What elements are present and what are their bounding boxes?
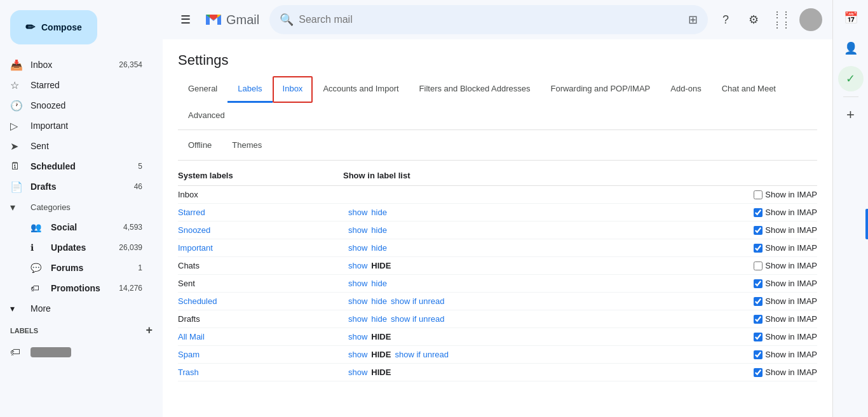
hide-link[interactable]: hide xyxy=(371,314,387,324)
table-row: ChatsshowHIDEShow in IMAP xyxy=(178,257,817,275)
hide-link[interactable]: HIDE xyxy=(371,261,391,270)
tab-general[interactable]: General xyxy=(178,76,227,103)
show-link[interactable]: show xyxy=(348,225,367,235)
hide-link[interactable]: hide xyxy=(371,296,387,306)
imap-checkbox[interactable] xyxy=(754,333,763,341)
sidebar-item-updates[interactable]: ℹ Updates 26,039 xyxy=(0,237,153,258)
imap-checkbox[interactable] xyxy=(754,208,763,217)
table-row: SentshowhideShow in IMAP xyxy=(178,275,817,293)
show-link[interactable]: show xyxy=(348,350,367,359)
label-name[interactable]: Starred xyxy=(178,208,205,217)
tab-addons[interactable]: Add-ons xyxy=(660,76,711,103)
hide-link[interactable]: HIDE xyxy=(371,350,391,359)
settings-button[interactable]: ⚙ xyxy=(741,7,766,32)
search-bar[interactable]: 🔍 ⊞ xyxy=(269,5,708,34)
show-link[interactable]: show xyxy=(348,279,367,288)
calendar-button[interactable]: 📅 xyxy=(838,5,864,30)
contacts-button[interactable]: 👤 xyxy=(838,36,864,61)
tab-inbox[interactable]: Inbox xyxy=(273,76,313,103)
sidebar-item-promotions[interactable]: 🏷 Promotions 14,276 xyxy=(0,278,153,298)
label-name[interactable]: Scheduled xyxy=(178,296,217,306)
hide-link[interactable]: hide xyxy=(371,279,387,288)
table-row: Draftsshowhideshow if unreadShow in IMAP xyxy=(178,310,817,328)
sidebar-item-forums[interactable]: 💬 Forums 1 xyxy=(0,258,153,278)
search-input[interactable] xyxy=(299,14,683,25)
hamburger-button[interactable]: ☰ xyxy=(173,7,198,32)
show-if-unread-link[interactable]: show if unread xyxy=(391,296,445,306)
hide-link[interactable]: HIDE xyxy=(371,332,391,341)
filter-icon[interactable]: ⊞ xyxy=(688,13,698,27)
imap-checkbox[interactable] xyxy=(754,368,763,377)
show-link[interactable]: show xyxy=(348,296,367,306)
sub-tab-offline[interactable]: Offline xyxy=(178,135,222,155)
sidebar-item-starred[interactable]: ☆ Starred xyxy=(0,75,153,95)
sidebar-item-categories[interactable]: ▾ Categories xyxy=(0,197,153,217)
tab-advanced[interactable]: Advanced xyxy=(178,103,235,129)
label-name[interactable]: Chats xyxy=(178,261,200,270)
show-hide-cell: showhide xyxy=(343,222,534,239)
imap-cell: Show in IMAP xyxy=(534,275,817,293)
show-if-unread-link[interactable]: show if unread xyxy=(395,350,449,359)
tab-filters[interactable]: Filters and Blocked Addresses xyxy=(409,76,541,103)
active-indicator xyxy=(865,209,868,239)
sidebar-item-drafts[interactable]: 📄 Drafts 46 xyxy=(0,176,153,197)
social-count: 4,593 xyxy=(123,223,142,232)
label-name[interactable]: Spam xyxy=(178,350,200,359)
imap-checkbox[interactable] xyxy=(754,190,763,199)
show-hide-cell xyxy=(343,186,534,204)
avatar[interactable] xyxy=(799,8,822,31)
topbar: ☰ Gmail 🔍 ⊞ ? ⚙ ⋮⋮⋮⋮ xyxy=(163,0,832,39)
sidebar-item-snoozed[interactable]: 🕐 Snoozed xyxy=(0,95,153,116)
imap-checkbox[interactable] xyxy=(754,226,763,235)
show-link[interactable]: show xyxy=(348,314,367,324)
imap-checkbox[interactable] xyxy=(754,297,763,306)
label-name[interactable]: Snoozed xyxy=(178,225,210,235)
sidebar-item-important[interactable]: ▷ Important xyxy=(0,116,153,136)
sidebar-item-scheduled[interactable]: 🗓 Scheduled 5 xyxy=(0,156,153,176)
hide-link[interactable]: hide xyxy=(371,243,387,253)
hide-link[interactable]: hide xyxy=(371,208,387,217)
label-name[interactable]: Trash xyxy=(178,367,199,377)
label-name[interactable]: All Mail xyxy=(178,332,205,341)
promotions-icon: 🏷 xyxy=(31,283,43,293)
add-panel-button[interactable]: + xyxy=(838,102,864,128)
more-button[interactable]: ▾ More xyxy=(0,298,153,319)
hide-link[interactable]: hide xyxy=(371,225,387,235)
imap-checkbox[interactable] xyxy=(754,315,763,324)
help-button[interactable]: ? xyxy=(713,7,738,32)
show-link[interactable]: show xyxy=(348,243,367,253)
imap-checkbox[interactable] xyxy=(754,279,763,288)
sidebar-item-inbox[interactable]: 📥 Inbox 26,354 xyxy=(0,55,153,75)
right-panel: 📅 👤 ✓ + xyxy=(832,0,868,417)
show-link[interactable]: show xyxy=(348,208,367,217)
tab-forwarding[interactable]: Forwarding and POP/IMAP xyxy=(540,76,660,103)
compose-button[interactable]: ✏ Compose xyxy=(10,10,97,44)
label-placeholder xyxy=(31,347,71,357)
label-name[interactable]: Important xyxy=(178,243,213,253)
imap-checkbox[interactable] xyxy=(754,261,763,270)
tasks-button[interactable]: ✓ xyxy=(838,66,864,91)
show-link[interactable]: show xyxy=(348,261,367,270)
imap-checkbox[interactable] xyxy=(754,350,763,359)
imap-cell: Show in IMAP xyxy=(534,204,817,222)
tab-chat[interactable]: Chat and Meet xyxy=(712,76,786,103)
apps-button[interactable]: ⋮⋮⋮⋮ xyxy=(769,7,794,32)
show-link[interactable]: show xyxy=(348,367,367,377)
label-name[interactable]: Drafts xyxy=(178,314,200,324)
show-link[interactable]: show xyxy=(348,332,367,341)
tab-accounts[interactable]: Accounts and Import xyxy=(313,76,409,103)
sidebar-item-social[interactable]: 👥 Social 4,593 xyxy=(0,217,153,237)
topbar-actions: ? ⚙ ⋮⋮⋮⋮ xyxy=(713,7,822,32)
sidebar-item-sent[interactable]: ➤ Sent xyxy=(0,136,153,156)
show-if-unread-link[interactable]: show if unread xyxy=(391,314,445,324)
label-name[interactable]: Inbox xyxy=(178,190,198,199)
tab-labels[interactable]: Labels xyxy=(227,76,272,103)
drafts-icon: 📄 xyxy=(10,181,23,193)
sidebar-item-label[interactable]: 🏷 xyxy=(0,342,153,362)
imap-checkbox[interactable] xyxy=(754,244,763,253)
label-name[interactable]: Sent xyxy=(178,279,195,288)
sub-tab-themes[interactable]: Themes xyxy=(222,135,272,155)
label-name-cell: Spam xyxy=(178,346,343,364)
labels-add-icon[interactable]: + xyxy=(146,324,153,337)
hide-link[interactable]: HIDE xyxy=(371,367,391,377)
